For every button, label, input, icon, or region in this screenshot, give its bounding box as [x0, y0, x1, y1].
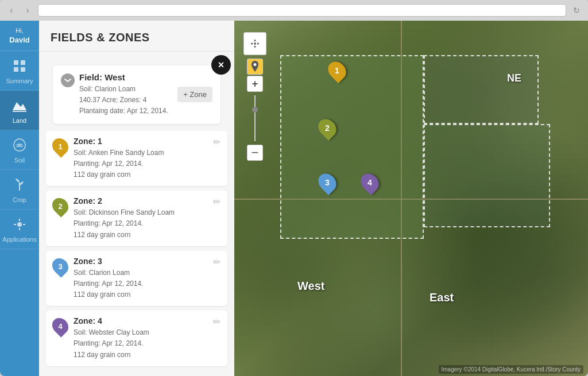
zone-number-3: 3	[58, 262, 62, 270]
zone-edit-4[interactable]: ✏	[213, 316, 220, 327]
map-pin-2[interactable]: 2	[319, 118, 335, 138]
zone-crop-1: 112 day grain corn	[74, 169, 207, 180]
field-label-west: West	[297, 280, 324, 293]
zone-planting-1: Planting: Apr 12, 2014.	[74, 158, 207, 169]
zone-info-3: Zone: 3 Soil: Clarion Loam Planting: Apr…	[74, 257, 207, 301]
field-ne-boundary	[424, 55, 539, 124]
zoom-in-button[interactable]: +	[247, 76, 263, 92]
close-button[interactable]: ×	[211, 55, 231, 75]
map-attribution: Imagery ©2014 DigitalGlobe, Kucera Intl.…	[439, 365, 584, 374]
zone-soil-1: Soil: Anken Fine Sandy Loam	[74, 148, 207, 158]
pin-number-3: 3	[325, 178, 330, 187]
zoom-handle[interactable]	[252, 107, 258, 113]
zoom-track	[254, 95, 256, 141]
zone-planting-2: Planting: Apr 12, 2014.	[74, 218, 207, 229]
sidebar-item-crop[interactable]: Crop	[0, 170, 39, 210]
land-icon	[10, 96, 29, 115]
sidebar-applications-label: Applications	[2, 236, 36, 243]
fields-zones-panel: FIELDS & ZONES × Field: West Soil: Clari…	[39, 21, 234, 376]
zone-badge-3: 3	[49, 255, 72, 278]
zone-edit-3[interactable]: ✏	[213, 257, 220, 268]
summary-icon	[10, 57, 29, 75]
app-container: Hi, David Summary	[0, 21, 588, 376]
field-name: Field: West	[79, 72, 173, 82]
zoom-out-button[interactable]: −	[247, 145, 263, 161]
field-west-boundary	[280, 55, 424, 239]
sidebar-item-soil[interactable]: Soil	[0, 130, 39, 170]
add-zone-button[interactable]: + Zone	[177, 87, 212, 102]
sidebar-item-applications[interactable]: Applications	[0, 210, 39, 249]
pin-number-2: 2	[325, 123, 330, 133]
forward-button[interactable]: ›	[22, 5, 33, 16]
sidebar-land-label: Land	[13, 117, 26, 124]
sidebar-greeting: Hi, David	[0, 21, 39, 51]
zone-item-4: 4 Zone: 4 Soil: Webster Clay Loam Planti…	[46, 311, 227, 366]
pin-number-4: 4	[368, 178, 372, 187]
field-card: × Field: West Soil: Clarion Loam 140.37 …	[53, 65, 220, 124]
sidebar-item-land[interactable]: Land	[0, 91, 39, 130]
zone-badge-1: 1	[49, 135, 72, 158]
pan-control[interactable]	[243, 32, 266, 55]
zone-item-1: 1 Zone: 1 Soil: Anken Fine Sandy Loam Pl…	[46, 131, 227, 187]
field-soil: Soil: Clarion Loam	[79, 84, 173, 95]
sidebar-summary-label: Summary	[6, 77, 33, 84]
zone-crop-4: 112 day grain corn	[74, 350, 207, 361]
zone-info-4: Zone: 4 Soil: Webster Clay Loam Planting…	[74, 316, 207, 361]
svg-rect-0	[14, 60, 18, 65]
svg-point-9	[254, 42, 256, 45]
field-info: Field: West Soil: Clarion Loam 140.37 Ac…	[79, 72, 173, 117]
panel-title: FIELDS & ZONES	[51, 31, 223, 44]
pin-number-1: 1	[335, 66, 339, 75]
zone-badge-2: 2	[49, 195, 72, 218]
zone-name-4: Zone: 4	[74, 316, 207, 325]
map-pin-1[interactable]: 1	[329, 61, 345, 80]
zone-name-3: Zone: 3	[74, 257, 207, 266]
zone-item-3: 3 Zone: 3 Soil: Clarion Loam Planting: A…	[46, 251, 227, 307]
field-acres-zones: 140.37 Acre; Zones: 4	[79, 95, 173, 106]
svg-rect-1	[21, 60, 25, 65]
sidebar-crop-label: Crop	[13, 196, 26, 203]
applications-icon	[10, 215, 29, 234]
greeting-name: David	[2, 35, 37, 45]
map-pin-3[interactable]: 3	[319, 173, 335, 192]
zone-number-1: 1	[58, 142, 62, 150]
zone-number-2: 2	[58, 202, 62, 211]
zone-item-2: 2 Zone: 2 Soil: Dickinson Fine Sandy Loa…	[46, 191, 227, 246]
address-bar[interactable]	[38, 4, 566, 17]
marker-control[interactable]	[247, 59, 263, 75]
sidebar: Hi, David Summary	[0, 21, 39, 376]
sidebar-soil-label: Soil	[14, 157, 25, 164]
map-area[interactable]: West East NE 1 2 3	[234, 21, 588, 376]
back-button[interactable]: ‹	[6, 5, 17, 16]
field-planting: Plantaing date: Apr 12, 2014.	[79, 106, 173, 117]
zone-soil-4: Soil: Webster Clay Loam	[74, 327, 207, 338]
greeting-hi: Hi,	[2, 26, 37, 35]
zone-name-2: Zone: 2	[74, 196, 207, 206]
svg-point-10	[254, 63, 257, 66]
crop-icon	[10, 176, 29, 194]
soil-icon	[10, 136, 29, 154]
sidebar-item-summary[interactable]: Summary	[0, 51, 39, 91]
field-east-boundary	[424, 124, 550, 227]
zone-name-1: Zone: 1	[74, 137, 207, 146]
zone-crop-3: 112 day grain corn	[74, 289, 207, 300]
field-label-ne: NE	[507, 72, 521, 84]
reload-button[interactable]: ↻	[571, 5, 582, 16]
zone-edit-1[interactable]: ✏	[213, 137, 220, 148]
zone-number-4: 4	[58, 322, 62, 331]
svg-point-4	[17, 222, 22, 227]
svg-rect-3	[21, 67, 25, 72]
browser-window: ‹ › ↻ Hi, David Summary	[0, 0, 588, 376]
zone-list: 1 Zone: 1 Soil: Anken Fine Sandy Loam Pl…	[39, 131, 234, 376]
zone-edit-2[interactable]: ✏	[213, 196, 220, 207]
field-label-east: East	[430, 291, 454, 304]
field-expand-chevron[interactable]	[61, 73, 75, 87]
panel-header: FIELDS & ZONES	[39, 21, 234, 52]
zone-soil-2: Soil: Dickinson Fine Sandy Loam	[74, 207, 207, 218]
map-pin-4[interactable]: 4	[362, 173, 378, 192]
zone-crop-2: 112 day grain corn	[74, 230, 207, 241]
zone-soil-3: Soil: Clarion Loam	[74, 268, 207, 278]
zone-planting-3: Planting: Apr 12, 2014.	[74, 278, 207, 289]
svg-rect-2	[14, 67, 18, 72]
browser-toolbar: ‹ › ↻	[0, 0, 588, 21]
